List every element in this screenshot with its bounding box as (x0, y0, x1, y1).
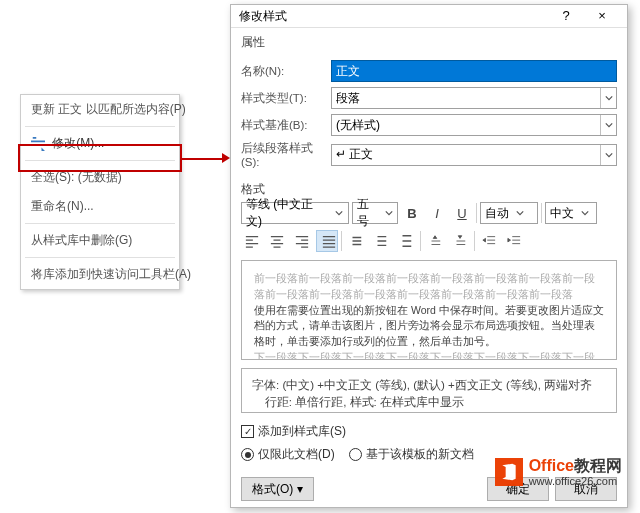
color-select[interactable]: 自动 (480, 202, 538, 224)
modify-icon (31, 137, 45, 151)
type-label: 样式类型(T): (241, 91, 331, 106)
menu-add-to-qat[interactable]: 将库添加到快速访问工具栏(A) (21, 260, 179, 289)
watermark-brand-suffix: 教程网 (574, 457, 622, 475)
base-label: 样式基准(B): (241, 118, 331, 133)
space-before-dec-button[interactable] (449, 230, 471, 252)
radio-label: 仅限此文档(D) (258, 446, 335, 463)
font-select[interactable]: 等线 (中文正文) (241, 202, 349, 224)
menu-rename[interactable]: 重命名(N)... (21, 192, 179, 221)
template-docs-radio[interactable]: 基于该模板的新文档 (349, 446, 474, 463)
menu-select-all[interactable]: 全选(S): (无数据) (21, 163, 179, 192)
font-size-select[interactable]: 五号 (352, 202, 398, 224)
checkbox-icon: ✓ (241, 425, 254, 438)
radio-label: 基于该模板的新文档 (366, 446, 474, 463)
lang-value: 中文 (550, 205, 574, 222)
align-justify-button[interactable] (316, 230, 338, 252)
menu-modify[interactable]: 修改(M)... (21, 129, 179, 158)
preview-sample-text: 使用在需要位置出现的新按钮在 Word 中保存时间。若要更改图片适应文档的方式，… (254, 303, 604, 350)
arrow-line (182, 158, 224, 160)
arrow-head (222, 153, 230, 163)
italic-button[interactable]: I (426, 202, 448, 224)
menu-remove-from-gallery[interactable]: 从样式库中删除(G) (21, 226, 179, 255)
watermark-brand: Office (529, 457, 574, 475)
base-value: (无样式) (336, 117, 380, 134)
indent-increase-button[interactable] (503, 230, 525, 252)
format-toolbar: 等线 (中文正文) 五号 B I U 自动 中文 (231, 198, 627, 228)
lang-select[interactable]: 中文 (545, 202, 597, 224)
align-left-button[interactable] (241, 230, 263, 252)
base-select[interactable]: (无样式) (331, 114, 617, 136)
line-spacing-1-button[interactable] (345, 230, 367, 252)
summary-line-1: 字体: (中文) +中文正文 (等线), (默认) +西文正文 (等线), 两端… (252, 377, 606, 394)
underline-button[interactable]: U (451, 202, 473, 224)
preview-grey-text: 下一段落下一段落下一段落下一段落下一段落下一段落下一段落下一段落下一段落下一段落… (254, 350, 604, 360)
name-input[interactable] (331, 60, 617, 82)
properties-heading: 属性 (231, 28, 627, 51)
chevron-down-icon (600, 145, 616, 165)
chevron-down-icon: ▾ (297, 482, 303, 496)
chevron-down-icon (600, 88, 616, 108)
format-button[interactable]: 格式(O) ▾ (241, 477, 314, 501)
titlebar: 修改样式 ? × (231, 5, 627, 28)
close-button[interactable]: × (585, 5, 619, 27)
bold-button[interactable]: B (401, 202, 423, 224)
font-size-value: 五号 (357, 196, 378, 230)
type-select[interactable]: 段落 (331, 87, 617, 109)
chevron-down-icon (578, 203, 592, 223)
modify-style-dialog: 修改样式 ? × 属性 名称(N): 样式类型(T): 段落 样式基准(B): … (230, 4, 628, 508)
only-this-doc-radio[interactable]: 仅限此文档(D) (241, 446, 335, 463)
next-label: 后续段落样式(S): (241, 141, 331, 168)
type-value: 段落 (336, 90, 360, 107)
format-heading: 格式 (231, 175, 627, 198)
checkbox-label: 添加到样式库(S) (258, 423, 346, 440)
space-before-inc-button[interactable] (424, 230, 446, 252)
align-center-button[interactable] (266, 230, 288, 252)
add-to-gallery-checkbox[interactable]: ✓ 添加到样式库(S) (241, 423, 346, 440)
style-summary: 字体: (中文) +中文正文 (等线), (默认) +西文正文 (等线), 两端… (241, 368, 617, 413)
align-right-button[interactable] (291, 230, 313, 252)
chevron-down-icon (600, 115, 616, 135)
chevron-down-icon (382, 203, 395, 223)
name-label: 名称(N): (241, 64, 331, 79)
properties-panel: 名称(N): 样式类型(T): 段落 样式基准(B): (无样式) 后续段落样 (231, 51, 627, 175)
help-button[interactable]: ? (549, 5, 583, 27)
menu-separator (25, 160, 175, 161)
chevron-down-icon (332, 203, 346, 223)
toolbar-divider (474, 231, 475, 251)
format-button-label: 格式(O) (252, 481, 293, 498)
line-spacing-15-button[interactable] (370, 230, 392, 252)
toolbar-divider (476, 203, 477, 223)
font-value: 等线 (中文正文) (246, 196, 328, 230)
context-menu: 更新 正文 以匹配所选内容(P) 修改(M)... 全选(S): (无数据) 重… (20, 94, 180, 290)
menu-update-match[interactable]: 更新 正文 以匹配所选内容(P) (21, 95, 179, 124)
color-value: 自动 (485, 205, 509, 222)
toolbar-divider (541, 203, 542, 223)
dialog-title: 修改样式 (239, 8, 547, 25)
toolbar-divider (420, 231, 421, 251)
indent-decrease-button[interactable] (478, 230, 500, 252)
menu-modify-label: 修改(M)... (52, 136, 104, 150)
preview-grey-text: 前一段落前一段落前一段落前一段落前一段落前一段落前一段落前一段落前一段落前一段落… (254, 271, 604, 303)
menu-separator (25, 126, 175, 127)
summary-line-2: 行距: 单倍行距, 样式: 在样式库中显示 (252, 394, 606, 411)
radio-icon (241, 448, 254, 461)
radio-icon (349, 448, 362, 461)
next-select[interactable]: ↵ 正文 (331, 144, 617, 166)
watermark-url: www.office26.com (529, 475, 622, 487)
paragraph-toolbar (231, 228, 627, 256)
menu-separator (25, 257, 175, 258)
line-spacing-2-button[interactable] (395, 230, 417, 252)
menu-separator (25, 223, 175, 224)
chevron-down-icon (513, 203, 527, 223)
next-value: ↵ 正文 (336, 146, 373, 163)
preview-box: 前一段落前一段落前一段落前一段落前一段落前一段落前一段落前一段落前一段落前一段落… (241, 260, 617, 360)
office-logo-icon (495, 458, 523, 486)
toolbar-divider (341, 231, 342, 251)
watermark: Office 教程网 www.office26.com (495, 457, 622, 487)
